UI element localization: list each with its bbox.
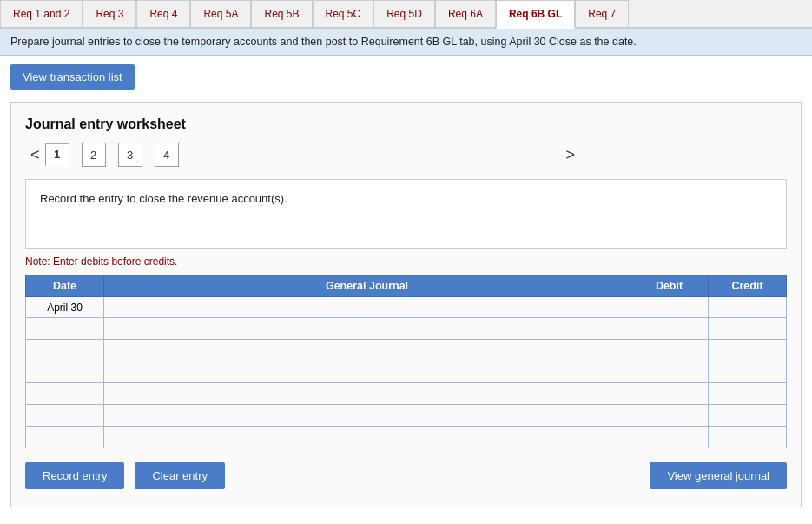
row-5-date-input[interactable] bbox=[30, 408, 99, 423]
row-3-credit-input[interactable] bbox=[709, 361, 786, 382]
row-3-gj[interactable] bbox=[104, 361, 630, 383]
tab-req-5d[interactable]: Req 5D bbox=[373, 0, 435, 27]
row-2-debit[interactable] bbox=[630, 340, 709, 361]
bottom-buttons: Record entry Clear entry View general jo… bbox=[25, 462, 787, 489]
row-6-gj[interactable] bbox=[104, 427, 630, 448]
tab-req-5a[interactable]: Req 5A bbox=[190, 0, 251, 27]
step-num-2[interactable]: 2 bbox=[82, 143, 106, 167]
row-2-date-input[interactable] bbox=[30, 342, 99, 358]
tab-req-5b[interactable]: Req 5B bbox=[251, 0, 312, 27]
row-5-credit[interactable] bbox=[709, 405, 787, 427]
row-4-debit[interactable] bbox=[630, 383, 709, 405]
view-general-journal-button[interactable]: View general journal bbox=[650, 462, 787, 489]
journal-table: Date General Journal Debit Credit April … bbox=[25, 275, 787, 448]
row-2-credit-input[interactable] bbox=[709, 340, 786, 361]
step-num-3[interactable]: 3 bbox=[118, 143, 142, 167]
tab-req-4[interactable]: Req 4 bbox=[136, 0, 190, 27]
row-3-date-input[interactable] bbox=[30, 364, 99, 380]
row-4-gj-input[interactable] bbox=[104, 383, 630, 404]
row-4-date-input[interactable] bbox=[30, 386, 99, 401]
tab-req-5c[interactable]: Req 5C bbox=[313, 0, 374, 27]
description-box: Record the entry to close the revenue ac… bbox=[25, 179, 787, 249]
row-1-credit-input[interactable] bbox=[709, 318, 786, 339]
row-0-gj[interactable] bbox=[104, 297, 630, 318]
tab-req-3[interactable]: Req 3 bbox=[83, 0, 136, 27]
row-6-credit[interactable] bbox=[709, 427, 787, 448]
description-text: Record the entry to close the revenue ac… bbox=[40, 192, 287, 205]
row-6-debit-input[interactable] bbox=[630, 427, 708, 448]
table-row bbox=[26, 361, 787, 383]
row-1-debit-input[interactable] bbox=[630, 318, 708, 339]
row-2-credit[interactable] bbox=[709, 340, 787, 361]
row-4-credit[interactable] bbox=[709, 383, 787, 405]
row-4-date bbox=[26, 383, 104, 405]
col-header-credit: Credit bbox=[709, 275, 787, 297]
table-row bbox=[26, 383, 787, 405]
worksheet-title: Journal entry worksheet bbox=[25, 116, 787, 132]
row-2-gj-input[interactable] bbox=[104, 340, 630, 361]
row-4-debit-input[interactable] bbox=[630, 383, 708, 404]
row-0-credit[interactable] bbox=[709, 297, 787, 318]
row-2-date bbox=[26, 340, 104, 361]
row-1-credit[interactable] bbox=[709, 318, 787, 340]
row-5-date bbox=[26, 405, 104, 427]
step-num-4[interactable]: 4 bbox=[155, 143, 179, 167]
row-5-credit-input[interactable] bbox=[709, 405, 786, 426]
row-3-debit-input[interactable] bbox=[630, 361, 708, 382]
tab-req-6b-gl[interactable]: Req 6B GL bbox=[496, 0, 575, 29]
row-3-credit[interactable] bbox=[709, 361, 787, 383]
row-2-debit-input[interactable] bbox=[630, 340, 708, 361]
tab-req-1-and-2[interactable]: Req 1 and 2 bbox=[0, 0, 83, 27]
row-5-debit[interactable] bbox=[630, 405, 709, 427]
table-row: April 30 bbox=[26, 297, 787, 318]
row-6-date bbox=[26, 427, 104, 448]
note-text: Note: Enter debits before credits. bbox=[25, 255, 787, 268]
record-entry-button[interactable]: Record entry bbox=[25, 462, 124, 489]
prev-step-arrow[interactable]: < bbox=[25, 144, 45, 166]
info-bar: Prepare journal entries to close the tem… bbox=[0, 29, 812, 56]
next-step-arrow[interactable]: > bbox=[561, 144, 581, 166]
row-3-debit[interactable] bbox=[630, 361, 709, 383]
col-header-date: Date bbox=[26, 275, 104, 297]
row-1-gj-input[interactable] bbox=[104, 318, 630, 339]
row-1-gj[interactable] bbox=[104, 318, 630, 340]
tabs-bar: Req 1 and 2Req 3Req 4Req 5AReq 5BReq 5CR… bbox=[0, 0, 812, 29]
row-4-credit-input[interactable] bbox=[709, 383, 786, 404]
view-transaction-button[interactable]: View transaction list bbox=[10, 64, 135, 90]
worksheet-container: Journal entry worksheet < 1234 > Record … bbox=[10, 102, 802, 507]
col-header-debit: Debit bbox=[630, 275, 709, 297]
row-1-debit[interactable] bbox=[630, 318, 709, 340]
row-5-gj-input[interactable] bbox=[104, 405, 630, 426]
tab-req-7[interactable]: Req 7 bbox=[575, 0, 629, 27]
row-3-date bbox=[26, 361, 104, 383]
tab-req-6a[interactable]: Req 6A bbox=[435, 0, 496, 27]
row-0-debit[interactable] bbox=[630, 297, 709, 318]
row-0-debit-input[interactable] bbox=[630, 297, 708, 317]
table-row bbox=[26, 318, 787, 340]
row-3-gj-input[interactable] bbox=[104, 361, 630, 382]
row-6-credit-input[interactable] bbox=[709, 427, 786, 448]
table-row bbox=[26, 427, 787, 448]
step-nav: < 1234 > bbox=[25, 143, 787, 167]
row-0-date: April 30 bbox=[26, 297, 104, 318]
row-6-date-input[interactable] bbox=[30, 429, 99, 445]
row-0-credit-input[interactable] bbox=[709, 297, 786, 317]
row-6-debit[interactable] bbox=[630, 427, 709, 448]
table-row bbox=[26, 340, 787, 361]
row-0-gj-input[interactable] bbox=[104, 297, 630, 317]
row-1-date bbox=[26, 318, 104, 340]
col-header-gj: General Journal bbox=[104, 275, 630, 297]
row-4-gj[interactable] bbox=[104, 383, 630, 405]
clear-entry-button[interactable]: Clear entry bbox=[135, 462, 225, 489]
info-text: Prepare journal entries to close the tem… bbox=[10, 36, 637, 48]
step-num-1[interactable]: 1 bbox=[45, 143, 69, 167]
row-5-gj[interactable] bbox=[104, 405, 630, 427]
row-1-date-input[interactable] bbox=[30, 321, 99, 336]
row-2-gj[interactable] bbox=[104, 340, 630, 361]
row-5-debit-input[interactable] bbox=[630, 405, 708, 426]
row-6-gj-input[interactable] bbox=[104, 427, 630, 448]
table-row bbox=[26, 405, 787, 427]
